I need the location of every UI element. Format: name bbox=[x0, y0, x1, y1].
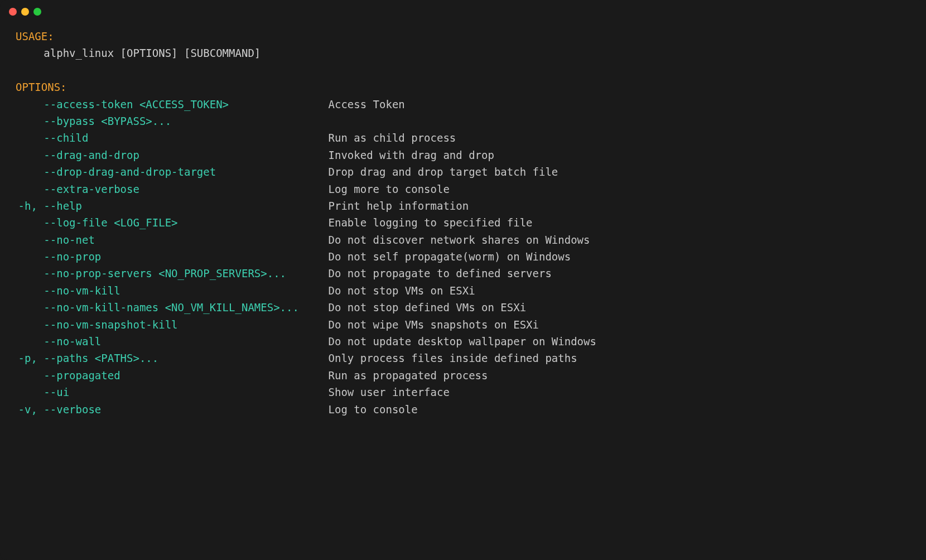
option-row: -h, --helpPrint help information bbox=[16, 197, 910, 214]
option-short-flag bbox=[16, 316, 44, 333]
options-header: OPTIONS: bbox=[16, 79, 910, 95]
option-short-flag bbox=[16, 367, 44, 384]
option-description: Do not propagate to defined servers bbox=[329, 265, 552, 282]
option-row: --uiShow user interface bbox=[16, 384, 910, 400]
option-row: --no-prop-servers <NO_PROP_SERVERS>...Do… bbox=[16, 265, 910, 282]
usage-header: USAGE: bbox=[16, 28, 910, 45]
option-row: --drop-drag-and-drop-targetDrop drag and… bbox=[16, 163, 910, 180]
option-row: --no-netDo not discover network shares o… bbox=[16, 231, 910, 248]
blank-line bbox=[16, 62, 910, 79]
option-row: --log-file <LOG_FILE>Enable logging to s… bbox=[16, 214, 910, 231]
terminal-output: USAGE: alphv_linux [OPTIONS] [SUBCOMMAND… bbox=[0, 21, 926, 433]
usage-line: alphv_linux [OPTIONS] [SUBCOMMAND] bbox=[16, 45, 910, 61]
option-row: --drag-and-dropInvoked with drag and dro… bbox=[16, 147, 910, 163]
option-description: Print help information bbox=[329, 197, 469, 214]
option-long-flag: --ui bbox=[44, 384, 328, 400]
option-long-flag: --no-vm-kill bbox=[44, 282, 328, 299]
option-description: Invoked with drag and drop bbox=[329, 147, 494, 163]
option-description: Do not update desktop wallpaper on Windo… bbox=[329, 333, 596, 350]
option-short-flag bbox=[16, 147, 44, 163]
option-long-flag: --bypass <BYPASS>... bbox=[44, 113, 328, 129]
option-description: Only process files inside defined paths bbox=[329, 350, 577, 366]
option-row: -v, --verboseLog to console bbox=[16, 401, 910, 418]
option-long-flag: --drop-drag-and-drop-target bbox=[44, 163, 328, 180]
option-short-flag: -h, bbox=[16, 197, 44, 214]
options-list: --access-token <ACCESS_TOKEN>Access Toke… bbox=[16, 96, 910, 418]
option-long-flag: --help bbox=[44, 197, 328, 214]
option-short-flag bbox=[16, 214, 44, 231]
option-description: Do not self propagate(worm) on Windows bbox=[329, 248, 571, 265]
minimize-icon[interactable] bbox=[21, 8, 29, 16]
option-row: --no-wallDo not update desktop wallpaper… bbox=[16, 333, 910, 350]
option-description: Do not stop VMs on ESXi bbox=[329, 282, 475, 299]
option-short-flag bbox=[16, 113, 44, 129]
terminal-window: USAGE: alphv_linux [OPTIONS] [SUBCOMMAND… bbox=[0, 0, 926, 560]
option-long-flag: --no-vm-kill-names <NO_VM_KILL_NAMES>... bbox=[44, 299, 328, 316]
option-short-flag: -v, bbox=[16, 401, 44, 418]
option-description: Log more to console bbox=[329, 181, 450, 197]
option-description: Do not stop defined VMs on ESXi bbox=[329, 299, 527, 316]
option-long-flag: --no-prop-servers <NO_PROP_SERVERS>... bbox=[44, 265, 328, 282]
option-description: Run as child process bbox=[329, 129, 456, 146]
option-short-flag bbox=[16, 181, 44, 197]
option-long-flag: --no-wall bbox=[44, 333, 328, 350]
option-short-flag bbox=[16, 384, 44, 400]
option-short-flag bbox=[16, 265, 44, 282]
option-description: Drop drag and drop target batch file bbox=[329, 163, 558, 180]
option-row: --no-vm-kill-names <NO_VM_KILL_NAMES>...… bbox=[16, 299, 910, 316]
option-long-flag: --child bbox=[44, 129, 328, 146]
option-short-flag bbox=[16, 231, 44, 248]
option-description: Access Token bbox=[329, 96, 405, 113]
option-row: --no-vm-snapshot-killDo not wipe VMs sna… bbox=[16, 316, 910, 333]
option-long-flag: --no-vm-snapshot-kill bbox=[44, 316, 328, 333]
option-short-flag bbox=[16, 299, 44, 316]
option-short-flag bbox=[16, 282, 44, 299]
option-description: Log to console bbox=[329, 401, 418, 418]
close-icon[interactable] bbox=[9, 8, 17, 16]
option-long-flag: --verbose bbox=[44, 401, 328, 418]
option-long-flag: --access-token <ACCESS_TOKEN> bbox=[44, 96, 328, 113]
option-row: --bypass <BYPASS>... bbox=[16, 113, 910, 129]
option-long-flag: --no-net bbox=[44, 231, 328, 248]
option-long-flag: --log-file <LOG_FILE> bbox=[44, 214, 328, 231]
option-description: Run as propagated process bbox=[329, 367, 488, 384]
option-description: Do not wipe VMs snapshots on ESXi bbox=[329, 316, 539, 333]
option-row: -p, --paths <PATHS>...Only process files… bbox=[16, 350, 910, 366]
option-row: --no-propDo not self propagate(worm) on … bbox=[16, 248, 910, 265]
option-row: --no-vm-killDo not stop VMs on ESXi bbox=[16, 282, 910, 299]
option-long-flag: --drag-and-drop bbox=[44, 147, 328, 163]
option-row: --access-token <ACCESS_TOKEN>Access Toke… bbox=[16, 96, 910, 113]
maximize-icon[interactable] bbox=[33, 8, 41, 16]
option-description: Show user interface bbox=[329, 384, 450, 400]
option-short-flag bbox=[16, 96, 44, 113]
option-long-flag: --propagated bbox=[44, 367, 328, 384]
option-long-flag: --no-prop bbox=[44, 248, 328, 265]
option-short-flag bbox=[16, 163, 44, 180]
option-row: --childRun as child process bbox=[16, 129, 910, 146]
option-row: --extra-verboseLog more to console bbox=[16, 181, 910, 197]
option-long-flag: --extra-verbose bbox=[44, 181, 328, 197]
option-short-flag bbox=[16, 333, 44, 350]
window-titlebar bbox=[0, 0, 926, 21]
option-row: --propagatedRun as propagated process bbox=[16, 367, 910, 384]
option-short-flag bbox=[16, 248, 44, 265]
option-short-flag: -p, bbox=[16, 350, 44, 366]
option-description: Enable logging to specified file bbox=[329, 214, 533, 231]
option-long-flag: --paths <PATHS>... bbox=[44, 350, 328, 366]
option-short-flag bbox=[16, 129, 44, 146]
option-description: Do not discover network shares on Window… bbox=[329, 231, 590, 248]
